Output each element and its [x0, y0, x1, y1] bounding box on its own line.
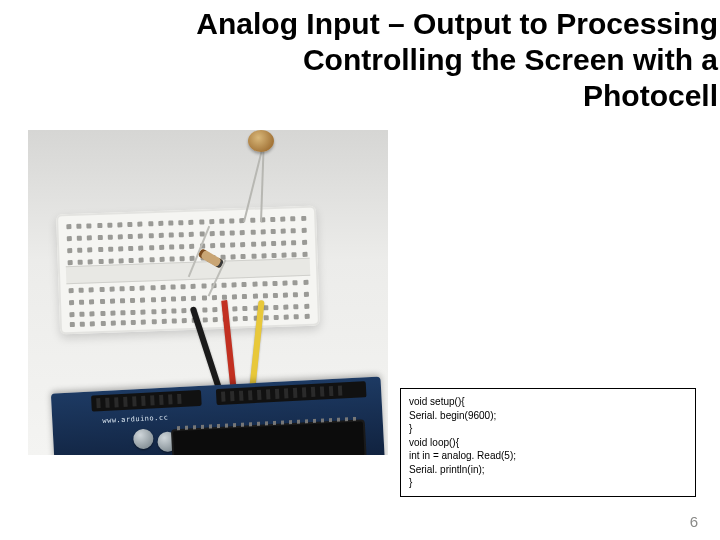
title-line-2: Controlling the Screen with a — [0, 42, 718, 78]
code-line: void loop(){ — [409, 437, 459, 448]
arduino-board: www.arduino.cc — [51, 376, 385, 455]
page-number: 6 — [690, 513, 698, 530]
code-line: int in = analog. Read(5); — [409, 450, 516, 461]
photocell-icon — [248, 130, 274, 152]
code-line: void setup(){ — [409, 396, 465, 407]
code-line: Serial. println(in); — [409, 464, 485, 475]
microcontroller-chip — [173, 421, 365, 455]
board-label: www.arduino.cc — [102, 414, 168, 425]
title-line-3: Photocell — [0, 78, 718, 114]
code-line: } — [409, 477, 412, 488]
code-snippet: void setup(){ Serial. begin(9600); } voi… — [400, 388, 696, 497]
capacitor-icon — [133, 428, 154, 449]
breadboard — [56, 205, 320, 334]
pin-header — [216, 381, 367, 405]
pin-header — [91, 390, 202, 412]
code-line: Serial. begin(9600); — [409, 410, 496, 421]
title-line-1: Analog Input – Output to Processing — [0, 6, 718, 42]
slide-title: Analog Input – Output to Processing Cont… — [0, 0, 720, 114]
code-line: } — [409, 423, 412, 434]
circuit-photo: www.arduino.cc — [28, 130, 388, 455]
